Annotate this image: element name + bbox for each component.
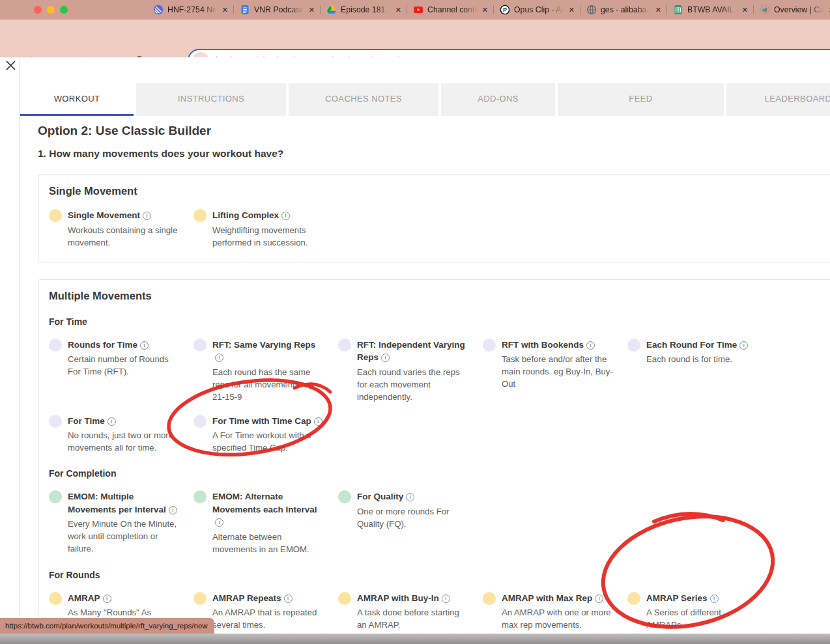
browser-tab[interactable]: BTWB AVAIL - G ✕ (666, 0, 753, 20)
browser-tab[interactable]: P Opus Clip - AI-p ✕ (493, 0, 580, 20)
workout-type-option[interactable]: AMRAP Seriesi A Series of different AMRA… (627, 592, 772, 632)
browser-tab[interactable]: VNR Podcast - C ✕ (233, 0, 320, 20)
option-title: AMRAP Series (646, 593, 708, 603)
workout-type-option[interactable]: For Qualityi One or more rounds For Qual… (338, 490, 483, 555)
tab-workout[interactable]: WORKOUT (20, 83, 134, 116)
option-dot-icon (49, 592, 62, 605)
tab-add-ons[interactable]: ADD-ONS (441, 83, 555, 116)
tab-instructions[interactable]: INSTRUCTIONS (136, 83, 286, 116)
workout-type-option[interactable]: AMRAP with Max Repi An AMRAP with one or… (483, 592, 627, 632)
option-dot-icon (49, 490, 62, 503)
workout-type-option[interactable]: AMRAP Repeatsi An AMRAP that is repeated… (193, 592, 338, 632)
tab-close-icon[interactable]: ✕ (220, 7, 228, 14)
tab-close-icon[interactable]: ✕ (566, 7, 575, 14)
option-dot-icon (49, 339, 62, 352)
tab-close-icon[interactable]: ✕ (479, 7, 488, 14)
workout-type-option[interactable]: Lifting Complexi Weightlifting movements… (193, 209, 338, 249)
tab-close-icon[interactable]: ✕ (653, 7, 661, 14)
tab-feed[interactable]: FEED (558, 83, 724, 116)
workout-type-option[interactable]: RFT: Independent Varying Repsi Each roun… (338, 339, 483, 403)
info-icon[interactable]: i (281, 212, 290, 220)
info-icon[interactable]: i (739, 341, 748, 350)
option-dot-icon (627, 339, 640, 352)
info-icon[interactable]: i (169, 506, 177, 514)
workout-type-option[interactable]: AMRAP with Buy-Ini A task done before st… (338, 592, 483, 632)
option-description: A task done before starting an AMRAP. (357, 606, 468, 631)
status-bar-link: https://btwb.com/plan/workouts/multiple/… (0, 618, 214, 634)
globe-icon (586, 5, 597, 15)
info-icon[interactable]: i (710, 595, 719, 603)
browser-tab-title: HNF-2754 New (167, 5, 218, 14)
workout-type-option[interactable]: For Time with Time Capi A For Time worko… (193, 415, 338, 455)
browser-tab[interactable]: Channel conten ✕ (407, 0, 493, 20)
option-description: Workouts containing a single movement. (68, 224, 179, 249)
tab-close-icon[interactable]: ✕ (393, 7, 401, 14)
info-icon[interactable]: i (595, 595, 603, 603)
modal-close-icon[interactable] (5, 59, 17, 72)
browser-tab[interactable]: Overview | Cam ✕ (753, 0, 830, 20)
option-description: A For Time workout with a specified Time… (212, 429, 324, 454)
traffic-minimize-button[interactable] (47, 6, 55, 14)
info-icon[interactable]: i (143, 212, 151, 220)
workout-type-option[interactable]: EMOM: Multiple Movements per Intervali E… (49, 490, 193, 555)
workout-type-option[interactable]: Single Movementi Workouts containing a s… (49, 209, 193, 249)
tab-close-icon[interactable]: ✕ (306, 7, 315, 14)
workout-type-option[interactable]: RFT with Bookendsi Task before and/or af… (483, 339, 627, 403)
traffic-close-button[interactable] (34, 6, 42, 14)
option-description: Each round has the same reps for all mov… (212, 366, 324, 403)
browser-tab-title: Overview | Cam (774, 5, 825, 14)
browser-tab[interactable]: ges - alibaba.co ✕ (580, 0, 666, 20)
option-title: Single Movement (68, 210, 140, 220)
option-description: Alternate between movements in an EMOM. (212, 531, 324, 555)
info-icon[interactable]: i (381, 354, 390, 362)
info-icon[interactable]: i (215, 518, 223, 527)
info-icon[interactable]: i (442, 595, 450, 603)
workout-type-option[interactable]: Rounds for Timei Certain number of Round… (49, 339, 193, 403)
option-dot-icon (483, 592, 496, 605)
browser-toolbar: btwb.com/plan/track_events/workouts/new?… (0, 20, 830, 57)
option-dot-icon (338, 339, 351, 352)
traffic-zoom-button[interactable] (60, 6, 68, 14)
workout-type-option[interactable]: For Timei No rounds, just two or more mo… (49, 415, 193, 455)
option-dot-icon (193, 592, 207, 605)
option-dot-icon (338, 490, 351, 503)
info-icon[interactable]: i (140, 341, 149, 350)
option-dot-icon (193, 209, 207, 222)
docs-icon (240, 5, 250, 15)
info-icon[interactable]: i (314, 417, 322, 426)
info-icon[interactable]: i (215, 354, 223, 362)
info-icon[interactable]: i (103, 595, 111, 603)
section-heading: For Time (49, 316, 830, 327)
option-title: Lifting Complex (212, 210, 279, 220)
browser-tab-title: Channel conten (427, 5, 478, 14)
browser-tab[interactable]: Episode 181 - G ✕ (320, 0, 407, 20)
option-description: An AMRAP with one or more max rep moveme… (502, 606, 613, 631)
option-dot-icon (193, 490, 207, 503)
tab-close-icon[interactable]: ✕ (739, 7, 748, 14)
card-heading: Multiple Movements (49, 290, 830, 302)
info-icon[interactable]: i (406, 493, 414, 501)
browser-tab[interactable]: HNF-2754 New ✕ (147, 0, 233, 20)
dialog-tab-bar: WORKOUT INSTRUCTIONS COACHES NOTES ADD-O… (20, 83, 830, 116)
workout-type-option[interactable]: RFT: Same Varying Repsi Each round has t… (193, 339, 338, 403)
browser-tabs: HNF-2754 New ✕ VNR Podcast - C ✕ Episode… (147, 0, 830, 20)
card-heading: Single Movement (49, 185, 830, 197)
option-description: Each round varies the reps for each move… (357, 366, 468, 403)
workout-type-option[interactable]: EMOM: Alternate Movements each Intervali… (193, 490, 338, 555)
option-title: EMOM: Multiple Movements per Interval (68, 492, 166, 514)
options-row: EMOM: Multiple Movements per Intervali E… (49, 490, 830, 555)
tab-close-icon[interactable]: ✕ (826, 7, 830, 14)
info-icon[interactable]: i (284, 595, 293, 603)
tab-leaderboard[interactable]: LEADERBOARD (726, 83, 830, 116)
option-title: RFT: Independent Varying Reps (357, 340, 465, 363)
option-title: RFT with Bookends (502, 340, 584, 350)
option-dot-icon (193, 415, 207, 428)
tab-coaches-notes[interactable]: COACHES NOTES (289, 83, 438, 116)
option-title: RFT: Same Varying Reps (212, 340, 315, 350)
option-description: No rounds, just two or more movements al… (68, 429, 179, 454)
info-icon[interactable]: i (586, 341, 595, 350)
section-heading: For Completion (49, 468, 830, 479)
info-icon[interactable]: i (107, 417, 116, 426)
workout-type-option[interactable]: Each Round For Timei Each round is for t… (627, 339, 772, 403)
section-heading: For Rounds (49, 570, 830, 580)
